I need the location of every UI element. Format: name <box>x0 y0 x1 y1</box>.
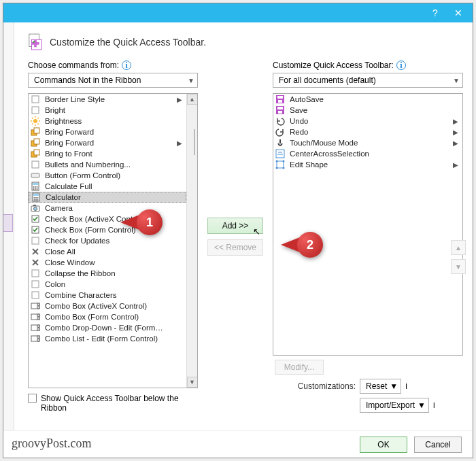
mouse-cursor-icon: ↖ <box>253 226 260 237</box>
list-item[interactable]: Bullets and Numbering... <box>29 159 186 170</box>
list-item-label: Save <box>290 106 307 114</box>
list-item-label: Edit Shape <box>290 160 328 169</box>
info-icon[interactable]: i <box>122 61 131 70</box>
list-item[interactable]: Button (Form Control) <box>29 170 186 181</box>
list-item-label: Border Line Style <box>45 95 105 103</box>
list-item[interactable]: Bring Forward <box>29 126 186 137</box>
list-item[interactable]: Redo▶ <box>273 126 462 137</box>
qat-items-listbox[interactable]: AutoSaveSaveUndo▶Redo▶Touch/Mouse Mode▶C… <box>273 93 463 356</box>
svg-rect-63 <box>277 107 283 109</box>
list-item[interactable]: Combo List - Edit (Form Control) <box>29 333 186 344</box>
svg-point-34 <box>37 197 39 199</box>
svg-point-24 <box>33 186 35 188</box>
list-item[interactable]: Colon <box>29 279 186 290</box>
list-item[interactable]: Check Box (Form Control) <box>29 224 186 235</box>
chevron-down-icon: ▼ <box>453 77 460 84</box>
titlebar: ? ✕ <box>3 3 473 22</box>
vertical-tab-strip <box>3 22 14 430</box>
list-item-label: CenterAcrossSelection <box>290 150 369 158</box>
command-icon <box>30 225 41 235</box>
scroll-up-button[interactable]: ▲ <box>187 94 198 105</box>
list-item-label: Redo <box>290 128 309 136</box>
list-item[interactable]: Save <box>273 105 462 116</box>
list-item[interactable]: Close Window <box>29 257 186 268</box>
svg-point-70 <box>283 160 285 163</box>
modify-button[interactable]: Modify... <box>275 360 324 375</box>
list-item[interactable]: Brightness <box>29 116 186 126</box>
close-window-button[interactable]: ✕ <box>447 5 470 20</box>
svg-rect-20 <box>32 161 39 168</box>
chevron-down-icon: ▼ <box>188 77 194 84</box>
list-item[interactable]: Combo Box (ActiveX Control) <box>29 301 186 311</box>
add-button[interactable]: Add >> ↖ <box>207 218 263 234</box>
list-item-label: Combo Box (Form Control) <box>45 313 139 321</box>
list-item[interactable]: Close All <box>29 246 186 257</box>
list-item-label: Close Window <box>45 258 95 267</box>
list-item[interactable]: Camera <box>29 203 186 214</box>
scroll-down-button[interactable]: ▼ <box>187 377 198 388</box>
svg-point-72 <box>283 167 285 169</box>
command-icon <box>275 95 286 104</box>
list-item[interactable]: Check Box (ActiveX Control) <box>29 214 186 224</box>
command-icon <box>275 160 286 169</box>
list-item[interactable]: Calculator <box>29 192 186 203</box>
list-item[interactable]: Edit Shape▶ <box>273 159 462 170</box>
import-export-dropdown[interactable]: Import/Export▼ <box>360 398 429 413</box>
qat-scope-combo[interactable]: For all documents (default) ▼ <box>273 73 463 88</box>
watermark: groovyPost.com <box>12 437 92 451</box>
svg-rect-3 <box>32 96 39 103</box>
move-down-button[interactable]: ▼ <box>451 259 466 274</box>
list-item-label: Close All <box>45 247 75 256</box>
ok-button[interactable]: OK <box>360 437 407 453</box>
list-item[interactable]: AutoSave <box>273 94 462 105</box>
list-item[interactable]: Collapse the Ribbon <box>29 268 186 279</box>
commands-listbox[interactable]: Border Line Style▶BrightBrightnessBring … <box>28 93 198 388</box>
svg-rect-21 <box>31 173 39 177</box>
list-item[interactable]: Check for Updates <box>29 235 186 246</box>
svg-line-11 <box>38 124 39 125</box>
move-up-button[interactable]: ▲ <box>451 240 466 255</box>
command-icon <box>30 290 41 300</box>
list-item-label: Combo List - Edit (Form Control) <box>45 335 158 343</box>
scrollbar[interactable]: ▲ ▼ <box>186 94 197 388</box>
choose-commands-combo[interactable]: Commands Not in the Ribbon ▼ <box>28 73 198 88</box>
svg-rect-65 <box>276 150 284 158</box>
remove-button[interactable]: << Remove <box>207 239 263 256</box>
command-icon <box>30 116 41 126</box>
active-category-tab[interactable] <box>3 214 13 232</box>
command-icon <box>30 269 41 278</box>
command-icon <box>275 116 286 126</box>
scroll-thumb[interactable] <box>194 129 195 155</box>
command-icon <box>30 95 41 104</box>
info-icon[interactable]: i <box>405 381 407 391</box>
list-item[interactable]: Bring Forward▶ <box>29 137 186 148</box>
command-icon <box>30 301 41 311</box>
list-item[interactable]: Bright <box>29 105 186 116</box>
info-icon[interactable]: i <box>396 61 406 70</box>
list-item-label: AutoSave <box>290 95 324 103</box>
list-item[interactable]: Touch/Mouse Mode▶ <box>273 137 462 148</box>
list-item[interactable]: Combo Box (Form Control) <box>29 311 186 322</box>
list-item[interactable]: Calculate Full <box>29 181 186 192</box>
list-item[interactable]: Combine Characters <box>29 290 186 301</box>
command-icon <box>31 192 41 202</box>
svg-rect-2 <box>33 41 35 43</box>
info-icon[interactable]: i <box>433 400 435 410</box>
reset-dropdown[interactable]: Reset▼ <box>360 379 401 394</box>
help-button[interactable]: ? <box>424 5 447 20</box>
list-item[interactable]: Bring to Front <box>29 148 186 159</box>
cancel-button[interactable]: Cancel <box>414 437 462 453</box>
submenu-indicator-icon: ▶ <box>453 129 461 136</box>
list-item[interactable]: Border Line Style▶ <box>29 94 186 105</box>
command-icon <box>30 312 41 322</box>
command-icon <box>30 236 41 245</box>
list-item-label: Calculator <box>46 193 81 201</box>
list-item[interactable]: Undo▶ <box>273 116 462 126</box>
customize-qat-label: Customize Quick Access Toolbar: <box>273 61 394 70</box>
list-item-label: Camera <box>45 204 73 212</box>
command-icon <box>275 149 286 158</box>
list-item[interactable]: Combo Drop-Down - Edit (Form… <box>29 322 186 333</box>
list-item[interactable]: CenterAcrossSelection <box>273 148 462 159</box>
list-item-label: Undo <box>290 117 309 125</box>
show-below-checkbox[interactable] <box>28 394 37 403</box>
